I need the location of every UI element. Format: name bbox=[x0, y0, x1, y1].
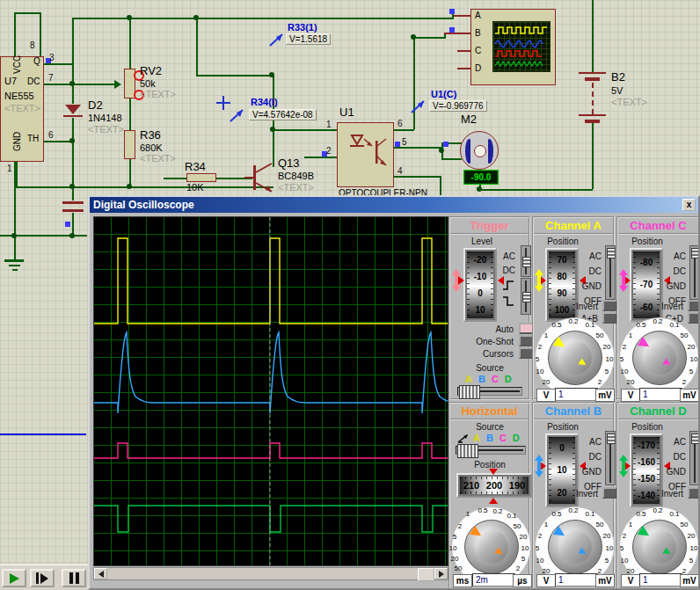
knob-label-2: 2 bbox=[516, 565, 520, 572]
scope-mini-screen bbox=[492, 21, 551, 72]
close-button[interactable]: x bbox=[682, 199, 696, 211]
channel-d-coupling-slider[interactable] bbox=[689, 431, 700, 485]
knob-label-0.2: 0.2 bbox=[568, 317, 578, 325]
window-titlebar[interactable]: Digital Oscilloscope x bbox=[90, 197, 698, 213]
r36-value: 680K bbox=[140, 142, 163, 153]
trigger-coupling-slider[interactable] bbox=[521, 245, 531, 277]
u1-pin-2: 2 bbox=[326, 146, 332, 156]
horizontal-position-gauge[interactable]: 210200190 bbox=[456, 473, 532, 498]
channel-c-coupling-slider[interactable] bbox=[689, 245, 700, 300]
channel-d-scale-value[interactable]: 1 bbox=[639, 573, 682, 586]
channel-c-scale-value[interactable]: 1 bbox=[639, 388, 682, 401]
channel-a-section: Channel A Position 708090100 ACDCGNDOFF … bbox=[532, 216, 615, 400]
source-channel-d: D bbox=[513, 433, 520, 443]
scope-screen[interactable] bbox=[93, 216, 448, 566]
channel-a-position-gauge[interactable]: 708090100 bbox=[545, 248, 579, 322]
source-channel-c: C bbox=[499, 433, 507, 443]
component-r36[interactable] bbox=[124, 130, 135, 159]
scope-pin-d: D bbox=[475, 63, 481, 73]
m2-angle-display: -90.0 bbox=[463, 170, 499, 185]
level-adjust-arrow[interactable] bbox=[451, 269, 462, 292]
tick--70: -70 bbox=[640, 280, 653, 289]
unit-millivolts: mV bbox=[680, 389, 699, 402]
r36-ref: R36 bbox=[140, 128, 161, 142]
channel-c-invert-button[interactable] bbox=[688, 300, 700, 311]
pause-button[interactable] bbox=[62, 569, 86, 587]
tick-10: 10 bbox=[557, 465, 566, 475]
knob-label-2: 2 bbox=[623, 343, 626, 351]
channel-d-position-gauge[interactable]: -170-160-150-140 bbox=[630, 433, 663, 507]
invert-label: Invert bbox=[576, 302, 598, 311]
position-adjust-arrow[interactable] bbox=[618, 455, 629, 477]
source-channel-a: A bbox=[473, 433, 480, 443]
probe-r34-value: V=4.57642e-08 bbox=[249, 109, 317, 120]
knob-label-5: 5 bbox=[605, 557, 609, 565]
tick--80: -80 bbox=[640, 258, 653, 267]
knob-label-5: 5 bbox=[605, 368, 609, 375]
channel-b-invert-button[interactable] bbox=[602, 487, 617, 499]
trigger-edge-slider[interactable] bbox=[521, 278, 531, 315]
channel-b-coupling-labels: ACDCGNDOFF bbox=[576, 434, 602, 494]
knob-label-5: 5 bbox=[453, 533, 456, 541]
knob-label-5: 5 bbox=[521, 555, 525, 563]
knob-label-20: 20 bbox=[451, 555, 459, 563]
tick-DC: DC bbox=[589, 449, 602, 464]
tick--170: -170 bbox=[638, 441, 655, 450]
position-adjust-arrow[interactable] bbox=[618, 269, 629, 292]
u1-pin-1: 1 bbox=[326, 120, 332, 129]
channel-a-coupling-slider[interactable] bbox=[605, 245, 616, 300]
scroll-right-button[interactable] bbox=[434, 568, 448, 579]
u7-pin-th: TH bbox=[27, 134, 39, 143]
channel-c-position-gauge[interactable]: -80-70-60 bbox=[630, 248, 663, 322]
position-adjust-arrow[interactable] bbox=[534, 269, 544, 292]
tick-0: 0 bbox=[478, 288, 483, 298]
horizontal-source-slider[interactable] bbox=[456, 446, 526, 455]
probe-arrow-icon bbox=[268, 30, 286, 47]
channel-b-coupling-slider[interactable] bbox=[605, 431, 616, 485]
knob-label-0.5: 0.5 bbox=[551, 321, 561, 329]
q13-text: <TEXT> bbox=[278, 182, 314, 193]
u7-text: <TEXT> bbox=[4, 103, 40, 113]
scroll-left-button[interactable] bbox=[94, 568, 107, 579]
channel-b-scale-value[interactable]: 1 bbox=[555, 573, 598, 586]
step-button[interactable] bbox=[30, 569, 55, 587]
channel-d-coupling-labels: ACDCGNDOFF bbox=[660, 434, 686, 494]
source-label: Source bbox=[454, 422, 526, 432]
channel-a-scale-value[interactable]: 1 bbox=[555, 388, 598, 401]
d2-text: <TEXT> bbox=[88, 124, 124, 135]
unit-us: µs bbox=[513, 574, 532, 587]
channel-a-invert-button[interactable] bbox=[602, 300, 617, 311]
r36-text: <TEXT> bbox=[140, 153, 176, 164]
channel-d-invert-button[interactable] bbox=[688, 487, 700, 499]
knob-label-1: 1 bbox=[544, 331, 548, 339]
knob-label-10: 10 bbox=[690, 544, 698, 552]
horizontal-scale-value[interactable]: 2m bbox=[472, 573, 515, 586]
component-q13-transistor[interactable] bbox=[244, 158, 276, 195]
knob-label-50: 50 bbox=[681, 331, 689, 339]
knob-label-2: 2 bbox=[458, 522, 462, 530]
tick-DC: DC bbox=[674, 449, 686, 464]
unit-millivolts: mV bbox=[595, 389, 615, 402]
q13-value: BC849B bbox=[278, 171, 314, 181]
horizontal-source-channels: ABCD bbox=[473, 433, 520, 443]
scope-pin-a: A bbox=[475, 11, 481, 20]
channel-c-title: Channel C bbox=[618, 218, 698, 235]
level-label: Level bbox=[454, 237, 510, 246]
trigger-source-slider[interactable] bbox=[457, 387, 522, 396]
tick-200: 200 bbox=[486, 480, 502, 491]
source-channel-d: D bbox=[505, 374, 512, 384]
component-r34[interactable] bbox=[186, 173, 216, 182]
channel-b-position-gauge[interactable]: 01020 bbox=[545, 433, 579, 507]
scope-hscrollbar[interactable] bbox=[93, 567, 448, 580]
position-adjust-arrow[interactable] bbox=[534, 455, 544, 477]
tick--150: -150 bbox=[638, 474, 655, 484]
scroll-left-icon bbox=[98, 571, 104, 578]
tick-AC: AC bbox=[674, 434, 686, 449]
component-m2-motor[interactable] bbox=[460, 131, 499, 170]
invert-label: Invert bbox=[661, 302, 683, 311]
knob-label-0.2: 0.2 bbox=[653, 317, 662, 325]
channel-d-title: Channel D bbox=[618, 404, 698, 420]
horizontal-title: Horizontal bbox=[450, 404, 529, 420]
play-button[interactable] bbox=[2, 569, 26, 587]
scroll-thumb[interactable] bbox=[418, 568, 434, 581]
